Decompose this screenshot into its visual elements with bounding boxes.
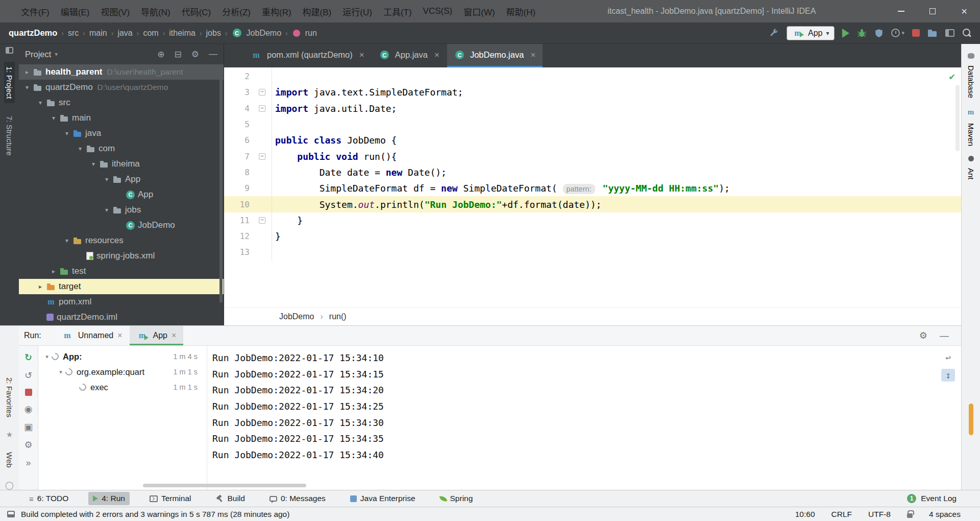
toolwindow-button-spring[interactable]: Spring bbox=[435, 492, 478, 505]
build-hammer-icon[interactable] bbox=[769, 28, 779, 38]
breadcrumb-item[interactable]: jobs bbox=[205, 29, 223, 38]
console-output[interactable]: Run JobDemo:2022-01-17 15:34:10Run JobDe… bbox=[207, 346, 961, 490]
soft-wrap-icon[interactable]: ↩ bbox=[941, 351, 955, 364]
run-config-selector[interactable]: m App ▾ bbox=[787, 26, 835, 40]
rerun-icon[interactable]: ↻ bbox=[24, 353, 32, 362]
toolwindow-button-0-messages[interactable]: 0: Messages bbox=[265, 492, 330, 505]
toolwindow-stripe-ant[interactable]: Ant bbox=[966, 156, 976, 184]
breadcrumb-item[interactable]: java bbox=[116, 29, 134, 38]
menu-item-12[interactable]: 帮助(H) bbox=[501, 5, 542, 18]
horizontal-scrollbar[interactable] bbox=[143, 484, 306, 487]
expand-arrow-icon[interactable]: ▾ bbox=[48, 114, 59, 122]
gear-icon[interactable]: ⚙ bbox=[191, 49, 199, 60]
menu-item-2[interactable]: 视图(V) bbox=[95, 5, 135, 18]
project-panel-title[interactable]: Project bbox=[25, 50, 51, 59]
run-button[interactable] bbox=[842, 29, 849, 38]
toolwindow-toggle-icon[interactable] bbox=[7, 511, 15, 517]
expand-arrow-icon[interactable]: ▾ bbox=[102, 206, 112, 214]
expand-arrow-icon[interactable]: ▸ bbox=[48, 268, 59, 275]
collapse-all-icon[interactable]: ⊟ bbox=[175, 49, 182, 60]
project-tree-item[interactable]: ▸target bbox=[19, 279, 224, 294]
editor-tab-JobDemo-java[interactable]: CJobDemo.java× bbox=[447, 44, 543, 67]
toolwindow-button-terminal[interactable]: Terminal bbox=[145, 492, 196, 505]
menu-item-5[interactable]: 分析(Z) bbox=[216, 5, 256, 18]
run-tab-app[interactable]: mApp× bbox=[130, 326, 184, 345]
project-tree-item[interactable]: mpom.xml bbox=[19, 294, 224, 310]
lock-icon[interactable] bbox=[907, 513, 913, 518]
toolwindow-stripe-web[interactable]: Web bbox=[4, 447, 15, 472]
chevron-down-icon[interactable]: ▾ bbox=[55, 51, 58, 58]
fold-toggle-icon[interactable]: − bbox=[259, 217, 265, 224]
toolwindow-stripe-maven[interactable]: mMaven bbox=[966, 108, 976, 151]
run-tree-item[interactable]: ▾App:1 m 4 s bbox=[38, 349, 207, 364]
close-icon[interactable]: × bbox=[117, 331, 122, 340]
debug-button[interactable] bbox=[857, 28, 867, 38]
breadcrumb-item[interactable]: src bbox=[66, 29, 80, 38]
project-tree-item[interactable]: ▾main bbox=[19, 110, 224, 126]
run-tab-unnamed[interactable]: mUnnamed× bbox=[55, 326, 130, 345]
profiler-button[interactable]: ▾ bbox=[891, 29, 904, 37]
open-folder-icon[interactable] bbox=[927, 29, 938, 37]
project-tree-item[interactable]: ▾java bbox=[19, 126, 224, 141]
breadcrumb-item[interactable]: main bbox=[88, 29, 109, 38]
project-tree-item[interactable]: spring-jobs.xml bbox=[19, 248, 224, 264]
search-everywhere-icon[interactable] bbox=[962, 28, 972, 38]
snapshot-icon[interactable]: ▣ bbox=[24, 422, 33, 432]
stop-icon[interactable] bbox=[25, 389, 32, 396]
toolwindow-button-java-enterprise[interactable]: Java Enterprise bbox=[346, 492, 420, 505]
close-icon[interactable]: × bbox=[359, 50, 364, 60]
maximize-button[interactable] bbox=[917, 0, 948, 22]
run-tree-item[interactable]: exec1 m 1 s bbox=[38, 380, 207, 395]
expand-arrow-icon[interactable]: ▾ bbox=[35, 99, 45, 106]
breadcrumb-class[interactable]: JobDemo bbox=[279, 312, 314, 321]
hide-panel-icon[interactable]: — bbox=[940, 330, 949, 341]
project-tree-item[interactable]: ▾jobs bbox=[19, 202, 224, 218]
menu-item-7[interactable]: 构建(B) bbox=[297, 5, 337, 18]
status-item[interactable]: 4 spaces bbox=[929, 510, 961, 519]
run-tree-item[interactable]: ▾org.example:quart1 m 1 s bbox=[38, 364, 207, 380]
toolwindow-stripe-database[interactable]: Database bbox=[966, 53, 976, 103]
close-button[interactable]: × bbox=[948, 0, 980, 22]
menu-item-10[interactable]: VCS(S) bbox=[418, 6, 458, 16]
inspections-ok-icon[interactable]: ✔ bbox=[949, 70, 955, 82]
project-tree-item[interactable]: ▾resources bbox=[19, 233, 224, 248]
breadcrumb-item[interactable]: itheima bbox=[167, 29, 197, 38]
toolwindow-icon[interactable] bbox=[6, 47, 13, 54]
expand-arrow-icon[interactable]: ▸ bbox=[35, 283, 45, 290]
status-item[interactable]: 10:60 bbox=[795, 510, 815, 519]
breadcrumb-item[interactable]: CJobDemo bbox=[230, 29, 283, 38]
breadcrumb-item[interactable]: quartzDemo bbox=[7, 28, 59, 38]
rerun-failed-icon[interactable]: ↺ bbox=[24, 371, 32, 380]
project-tree-item[interactable]: ▾quartzDemoD:\user\quartzDemo bbox=[19, 80, 224, 95]
fold-toggle-icon[interactable]: − bbox=[259, 153, 265, 160]
toolwindow-button-6-todo[interactable]: ≡6: TODO bbox=[24, 492, 73, 505]
project-tree-item[interactable]: ▾com bbox=[19, 141, 224, 156]
editor-code-area[interactable]: 23−import java.text.SimpleDateFormat;4−i… bbox=[224, 67, 961, 307]
expand-arrow-icon[interactable]: ▾ bbox=[88, 160, 99, 168]
hide-panel-icon[interactable]: — bbox=[209, 49, 217, 59]
gear-icon[interactable]: ⚙ bbox=[919, 330, 927, 341]
fold-toggle-icon[interactable]: − bbox=[259, 105, 265, 112]
project-tree-item[interactable]: ▾itheima bbox=[19, 156, 224, 172]
coverage-button[interactable] bbox=[874, 29, 884, 38]
expand-arrow-icon[interactable]: ▾ bbox=[62, 130, 72, 137]
restore-layout-icon[interactable] bbox=[945, 29, 954, 37]
project-tree-item[interactable]: CJobDemo bbox=[19, 218, 224, 233]
project-tree-item[interactable]: ▾App bbox=[19, 172, 224, 187]
locate-file-icon[interactable]: ⊕ bbox=[157, 49, 164, 60]
breadcrumb-item[interactable]: com bbox=[141, 29, 160, 38]
project-tree-item[interactable]: ▾src bbox=[19, 95, 224, 110]
menu-item-9[interactable]: 工具(T) bbox=[378, 5, 418, 18]
menu-item-6[interactable]: 重构(R) bbox=[256, 5, 297, 18]
close-icon[interactable]: × bbox=[530, 50, 535, 60]
expand-arrow-icon[interactable]: ▾ bbox=[42, 353, 52, 360]
fold-toggle-icon[interactable]: − bbox=[259, 89, 265, 96]
project-scrollbar[interactable] bbox=[219, 70, 223, 303]
maven-settings-icon[interactable]: ⚙ bbox=[24, 440, 32, 449]
status-item[interactable]: UTF-8 bbox=[868, 510, 891, 519]
breadcrumb-item[interactable]: run bbox=[290, 29, 318, 38]
expand-arrow-icon[interactable]: ▾ bbox=[22, 84, 32, 91]
menu-item-8[interactable]: 运行(U) bbox=[337, 5, 378, 18]
menu-item-4[interactable]: 代码(C) bbox=[176, 5, 217, 18]
menu-item-11[interactable]: 窗口(W) bbox=[458, 5, 500, 18]
